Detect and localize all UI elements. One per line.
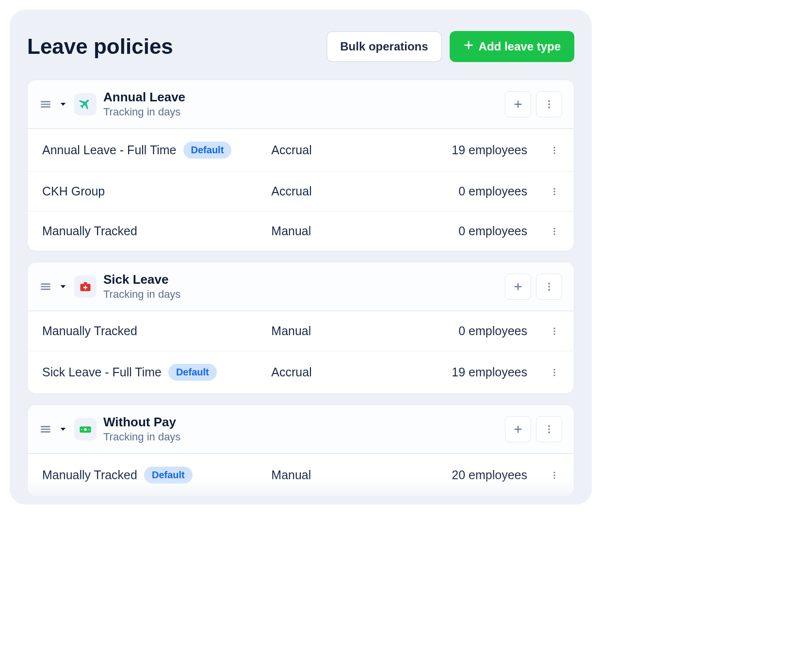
drag-handle-icon[interactable] bbox=[39, 280, 52, 293]
policy-method: Manual bbox=[271, 324, 385, 338]
policy-name: Manually Tracked bbox=[42, 324, 263, 338]
svg-point-9 bbox=[548, 106, 550, 108]
svg-point-32 bbox=[553, 330, 555, 332]
leave-type-more-button[interactable] bbox=[536, 274, 562, 300]
svg-point-41 bbox=[84, 428, 87, 431]
svg-point-14 bbox=[553, 191, 555, 192]
svg-point-15 bbox=[553, 194, 555, 195]
leave-type-title: Without Pay bbox=[103, 415, 180, 430]
policy-method: Manual bbox=[271, 468, 385, 482]
policy-row[interactable]: Manually Tracked Manual 0 employees bbox=[28, 211, 574, 251]
policy-name: Annual Leave - Full Time Default bbox=[42, 142, 263, 159]
policy-row[interactable]: Sick Leave - Full Time Default Accrual 1… bbox=[28, 351, 574, 393]
svg-point-13 bbox=[553, 188, 555, 189]
leave-type-subtitle: Tracking in days bbox=[103, 431, 180, 443]
leave-type-card: Sick Leave Tracking in days Manually Tra… bbox=[27, 262, 574, 394]
svg-point-7 bbox=[548, 100, 550, 102]
svg-point-29 bbox=[548, 286, 550, 288]
leave-type-header: Sick Leave Tracking in days bbox=[28, 262, 574, 311]
svg-point-17 bbox=[553, 230, 555, 232]
leave-policies-window: Leave policies Bulk operations Add leave… bbox=[10, 10, 592, 504]
policy-more-button[interactable] bbox=[535, 368, 559, 377]
policy-row[interactable]: Annual Leave - Full Time Default Accrual… bbox=[28, 129, 574, 171]
drag-handle-icon[interactable] bbox=[39, 423, 52, 436]
bulk-operations-label: Bulk operations bbox=[340, 40, 428, 53]
header-actions: Bulk operations Add leave type bbox=[326, 31, 574, 62]
policy-method: Accrual bbox=[271, 143, 385, 157]
policy-count: 19 employees bbox=[393, 365, 527, 379]
default-badge: Default bbox=[183, 142, 232, 159]
policy-row[interactable]: Manually Tracked Default Manual 20 emplo… bbox=[28, 453, 574, 496]
policy-name: Sick Leave - Full Time Default bbox=[42, 364, 263, 381]
policy-count: 0 employees bbox=[393, 324, 527, 338]
add-policy-button[interactable] bbox=[505, 274, 531, 300]
leave-type-icon bbox=[74, 275, 97, 298]
svg-point-33 bbox=[553, 333, 555, 335]
leave-type-card: Annual Leave Tracking in days Annual Lea… bbox=[27, 80, 574, 251]
policy-row[interactable]: CKH Group Accrual 0 employees bbox=[28, 171, 574, 211]
svg-point-18 bbox=[553, 233, 555, 235]
drag-handle-icon[interactable] bbox=[39, 98, 52, 111]
policy-count: 19 employees bbox=[393, 143, 527, 157]
svg-rect-23 bbox=[84, 282, 87, 284]
svg-point-36 bbox=[553, 374, 555, 376]
leave-type-subtitle: Tracking in days bbox=[103, 288, 180, 301]
collapse-toggle[interactable] bbox=[59, 100, 67, 109]
svg-point-48 bbox=[548, 431, 550, 433]
collapse-toggle[interactable] bbox=[59, 282, 67, 291]
collapse-toggle[interactable] bbox=[59, 425, 67, 434]
svg-point-11 bbox=[553, 149, 555, 151]
leave-type-subtitle: Tracking in days bbox=[103, 106, 185, 118]
plus-icon bbox=[463, 40, 474, 53]
svg-point-34 bbox=[553, 369, 555, 370]
policy-row[interactable]: Manually Tracked Manual 0 employees bbox=[28, 311, 574, 351]
policy-name: Manually Tracked bbox=[42, 224, 263, 238]
policy-more-button[interactable] bbox=[535, 227, 559, 236]
svg-point-43 bbox=[88, 429, 89, 430]
svg-point-12 bbox=[553, 152, 555, 154]
svg-point-30 bbox=[548, 289, 550, 291]
svg-point-51 bbox=[553, 477, 555, 479]
policy-more-button[interactable] bbox=[535, 326, 559, 336]
svg-point-47 bbox=[548, 428, 550, 430]
svg-point-10 bbox=[553, 146, 555, 148]
leave-type-header: Annual Leave Tracking in days bbox=[28, 80, 574, 129]
policy-method: Accrual bbox=[271, 365, 385, 379]
svg-point-16 bbox=[553, 227, 555, 229]
policy-more-button[interactable] bbox=[535, 187, 559, 196]
leave-types-list: Annual Leave Tracking in days Annual Lea… bbox=[27, 80, 574, 504]
svg-point-31 bbox=[553, 327, 555, 329]
page-header: Leave policies Bulk operations Add leave… bbox=[27, 27, 574, 62]
leave-type-icon bbox=[74, 93, 97, 115]
add-leave-type-button[interactable]: Add leave type bbox=[450, 31, 574, 62]
policy-name: CKH Group bbox=[42, 184, 263, 198]
leave-type-header: Without Pay Tracking in days bbox=[28, 405, 574, 453]
leave-type-card: Without Pay Tracking in days Manually Tr… bbox=[27, 405, 574, 497]
policy-name: Manually Tracked Default bbox=[42, 467, 263, 484]
page-title: Leave policies bbox=[27, 34, 173, 59]
svg-point-42 bbox=[81, 429, 82, 430]
default-badge: Default bbox=[168, 364, 217, 381]
add-policy-button[interactable] bbox=[505, 91, 531, 117]
svg-point-8 bbox=[548, 103, 550, 105]
policy-count: 20 employees bbox=[393, 468, 527, 482]
svg-point-46 bbox=[548, 425, 550, 427]
svg-point-35 bbox=[553, 372, 555, 373]
policy-more-button[interactable] bbox=[535, 470, 559, 480]
svg-point-49 bbox=[553, 471, 555, 473]
leave-type-title: Sick Leave bbox=[103, 272, 180, 287]
svg-rect-25 bbox=[83, 287, 87, 288]
policy-method: Accrual bbox=[271, 184, 385, 198]
leave-type-more-button[interactable] bbox=[536, 91, 562, 117]
bulk-operations-button[interactable]: Bulk operations bbox=[326, 31, 441, 62]
default-badge: Default bbox=[144, 467, 193, 484]
leave-type-title: Annual Leave bbox=[103, 90, 185, 105]
policy-count: 0 employees bbox=[393, 224, 527, 238]
svg-point-50 bbox=[553, 474, 555, 476]
add-leave-type-label: Add leave type bbox=[479, 40, 561, 53]
policy-more-button[interactable] bbox=[535, 146, 559, 155]
add-policy-button[interactable] bbox=[505, 416, 531, 442]
svg-point-28 bbox=[548, 282, 550, 284]
policy-method: Manual bbox=[271, 224, 385, 238]
leave-type-more-button[interactable] bbox=[536, 416, 562, 442]
